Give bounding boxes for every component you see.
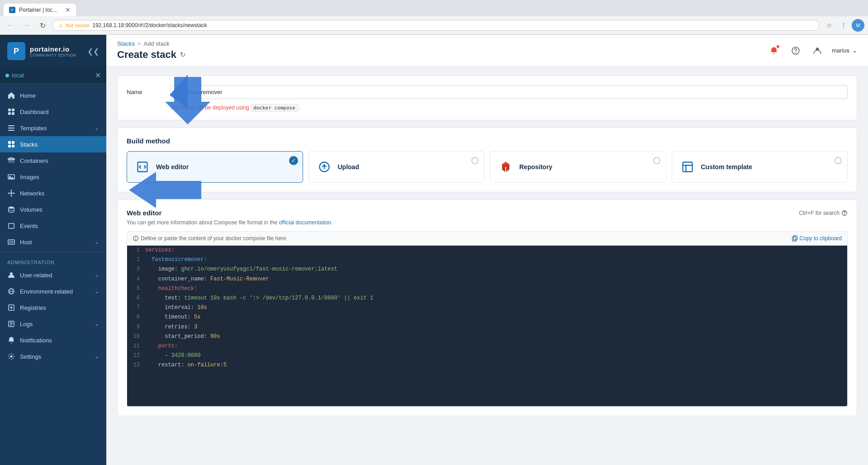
build-option-repository[interactable]: Repository xyxy=(490,151,666,183)
security-icon: ⚠ xyxy=(58,23,63,28)
code-line-11: 11 ports: xyxy=(127,342,847,351)
logs-icon xyxy=(7,320,15,328)
name-input[interactable] xyxy=(170,85,848,99)
upload-icon xyxy=(316,159,332,175)
sidebar-item-label: Images xyxy=(20,174,99,180)
sidebar-item-containers[interactable]: Containers xyxy=(0,152,106,169)
notifications-button[interactable] xyxy=(767,43,781,58)
sidebar-item-host[interactable]: Host ⌄ xyxy=(0,234,106,250)
refresh-button[interactable]: ↻ xyxy=(180,51,186,59)
sidebar-collapse-button[interactable]: ❮❮ xyxy=(87,47,99,56)
sidebar-item-label: Templates xyxy=(20,125,90,132)
browser-menu-button[interactable]: ⋮ xyxy=(837,19,850,32)
sidebar-item-label: Environment-related xyxy=(20,288,90,295)
env-selector[interactable]: local ✕ xyxy=(0,67,106,84)
svg-rect-37 xyxy=(683,162,692,172)
environment-icon xyxy=(7,287,15,295)
logo-brand: portainer.io xyxy=(30,45,76,53)
svg-point-17 xyxy=(14,193,15,194)
svg-point-31 xyxy=(10,356,13,358)
sidebar-item-settings[interactable]: Settings ⌄ xyxy=(0,348,106,365)
sidebar-item-label: Containers xyxy=(20,157,99,164)
build-option-upload[interactable]: Upload xyxy=(308,151,485,183)
editor-description: You can get more information about Compo… xyxy=(127,219,848,226)
svg-rect-23 xyxy=(9,223,14,228)
sidebar-item-dashboard[interactable]: Dashboard xyxy=(0,104,106,120)
sidebar-item-label: Events xyxy=(20,223,99,229)
selected-check-icon: ✓ xyxy=(289,156,298,165)
repository-icon xyxy=(498,159,514,175)
sidebar-item-volumes[interactable]: Volumes xyxy=(0,201,106,218)
logo-icon: P xyxy=(7,42,25,60)
docker-compose-code: docker compose xyxy=(251,104,298,112)
svg-rect-43 xyxy=(792,237,796,242)
sidebar: P portainer.io COMMUNITY EDITION ❮❮ loca… xyxy=(0,35,106,465)
svg-rect-0 xyxy=(8,109,11,111)
svg-rect-3 xyxy=(12,112,14,115)
sidebar-item-images[interactable]: Images xyxy=(0,169,106,185)
build-method-options: ✓ Web editor xyxy=(127,151,848,183)
back-button[interactable]: ← xyxy=(4,19,16,32)
sidebar-item-networks[interactable]: Networks xyxy=(0,185,106,201)
name-label: Name xyxy=(127,89,163,95)
notification-badge xyxy=(776,44,780,49)
main-content: Stacks > Add stack Create stack ↻ xyxy=(106,35,868,465)
sidebar-item-stacks[interactable]: Stacks xyxy=(0,136,106,152)
chevron-icon: ⌄ xyxy=(95,288,99,294)
bookmark-button[interactable]: ☆ xyxy=(823,19,835,32)
url-text: 192.168.1.18:9000/#!/2/docker/stacks/new… xyxy=(92,22,813,28)
code-line-7: 7 interval: 10s xyxy=(127,303,847,313)
svg-point-13 xyxy=(10,192,12,194)
sidebar-item-events[interactable]: Events xyxy=(0,218,106,234)
user-chevron-icon: ⌄ xyxy=(852,47,857,54)
svg-rect-6 xyxy=(8,130,14,131)
header-actions: marius ⌄ xyxy=(767,43,857,58)
sidebar-item-label: Settings xyxy=(20,353,90,360)
svg-rect-2 xyxy=(8,112,11,115)
registries-icon xyxy=(7,304,15,312)
logo-sub: COMMUNITY EDITION xyxy=(30,53,76,57)
copy-to-clipboard-button[interactable]: Copy to clipboard xyxy=(792,235,842,242)
tab-title: Portainer | loc... xyxy=(19,7,62,13)
build-method-title: Build method xyxy=(127,137,848,145)
sidebar-item-logs[interactable]: Logs ⌄ xyxy=(0,316,106,332)
env-close-button[interactable]: ✕ xyxy=(95,71,101,80)
official-docs-link[interactable]: official documentation xyxy=(279,219,331,226)
reload-button[interactable]: ↻ xyxy=(36,19,49,32)
code-editor[interactable]: 1 services: 2 fastmusicremover: 3 image:… xyxy=(127,245,848,407)
address-bar[interactable]: ⚠ Not secure 192.168.1.18:9000/#!/2/dock… xyxy=(52,20,819,31)
svg-point-33 xyxy=(795,52,796,53)
sidebar-item-environment-related[interactable]: Environment-related ⌄ xyxy=(0,283,106,299)
sidebar-item-label: User-related xyxy=(20,272,90,279)
sidebar-divider xyxy=(0,252,106,252)
tab-close-button[interactable]: ✕ xyxy=(65,6,71,14)
editor-search-hint: Ctrl+F for search xyxy=(799,210,848,216)
forward-button[interactable]: → xyxy=(20,19,33,32)
build-option-web-editor[interactable]: ✓ Web editor xyxy=(127,151,303,183)
build-option-label: Web editor xyxy=(156,163,189,171)
user-related-icon xyxy=(7,271,15,279)
breadcrumb-stacks-link[interactable]: Stacks xyxy=(117,40,135,47)
events-icon xyxy=(7,222,15,230)
sidebar-item-label: Dashboard xyxy=(20,109,99,115)
user-menu[interactable]: marius ⌄ xyxy=(832,47,857,54)
page-header: Stacks > Add stack Create stack ↻ xyxy=(106,35,868,66)
profile-button[interactable]: M xyxy=(852,19,864,32)
svg-point-15 xyxy=(11,195,12,197)
browser-tab[interactable]: P Portainer | loc... ✕ xyxy=(4,4,76,16)
sidebar-item-user-related[interactable]: User-related ⌄ xyxy=(0,267,106,283)
help-button[interactable] xyxy=(788,43,803,58)
code-line-6: 6 test: timeout 10s bash -c ':> /dev/tcp… xyxy=(127,294,847,303)
sidebar-item-templates[interactable]: Templates ⌄ xyxy=(0,120,106,136)
containers-icon xyxy=(7,157,15,165)
build-option-custom-template[interactable]: Custom template xyxy=(672,151,848,183)
user-icon-button[interactable] xyxy=(810,43,825,58)
custom-template-radio xyxy=(835,157,842,164)
sidebar-item-home[interactable]: Home xyxy=(0,87,106,104)
sidebar-item-notifications[interactable]: Notifications xyxy=(0,332,106,348)
templates-icon xyxy=(7,124,15,132)
user-name: marius xyxy=(832,47,849,54)
build-method-section: Build method ✓ Web editor xyxy=(117,128,857,192)
home-icon xyxy=(7,91,15,100)
sidebar-item-registries[interactable]: Registries xyxy=(0,299,106,316)
